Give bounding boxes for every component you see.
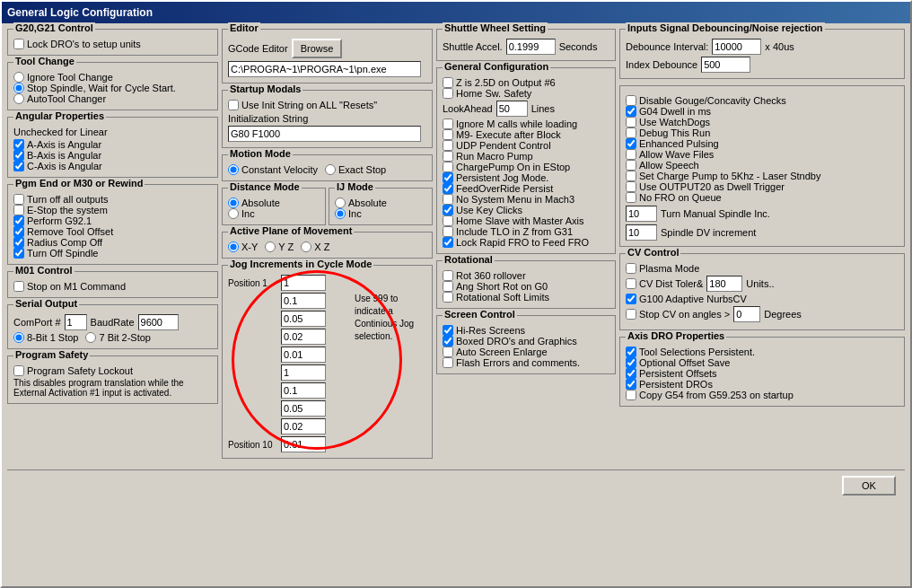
- debounce-input[interactable]: [712, 39, 761, 55]
- allow-wave-label[interactable]: Allow Wave Files: [626, 149, 899, 160]
- stop-cv-label[interactable]: Stop CV on angles >: [626, 309, 730, 320]
- dist-absolute-radio[interactable]: [228, 197, 239, 208]
- include-tlo-label[interactable]: Include TLO in Z from G31: [443, 226, 609, 237]
- set-charge-label[interactable]: Set Charge Pump to 5Khz - Laser Stndby: [626, 171, 899, 181]
- copy-g54-checkbox[interactable]: [626, 390, 636, 400]
- z-2-5d-label[interactable]: Z is 2.5D on Output #6: [443, 77, 609, 88]
- ij-inc-label[interactable]: Inc: [335, 208, 426, 219]
- bit7-label[interactable]: 7 Bit 2-Stop: [85, 332, 150, 343]
- hires-label[interactable]: Hi-Res Screens: [443, 325, 609, 336]
- pos3-input[interactable]: [281, 311, 326, 327]
- copy-g54-label[interactable]: Copy G54 from G59.253 on startup: [626, 390, 899, 400]
- spindle-dv-input[interactable]: [626, 224, 657, 241]
- auto-tool-radio[interactable]: [13, 93, 24, 104]
- pos8-input[interactable]: [281, 400, 326, 417]
- lock-rapid-checkbox[interactable]: [443, 237, 453, 248]
- b-axis-label[interactable]: B-Axis is Angular: [13, 150, 212, 161]
- optional-offset-label[interactable]: Optional Offset Save: [626, 357, 899, 368]
- bit8-label[interactable]: 8-Bit 1 Stop: [13, 332, 78, 343]
- editor-path-input[interactable]: [228, 61, 421, 77]
- plasma-mode-label[interactable]: Plasma Mode: [626, 263, 899, 274]
- m9-execute-label[interactable]: M9- Execute after Block: [443, 129, 609, 140]
- lookahead-input[interactable]: [496, 101, 528, 117]
- ij-inc-radio[interactable]: [335, 208, 346, 219]
- auto-screen-label[interactable]: Auto Screen Enlarge: [443, 347, 609, 357]
- udp-pendent-label[interactable]: UDP Pendent Control: [443, 140, 609, 151]
- baudrate-input[interactable]: [138, 314, 179, 330]
- include-tlo-checkbox[interactable]: [443, 226, 453, 237]
- turn-off-outputs-checkbox[interactable]: [13, 194, 24, 205]
- ang-short-label[interactable]: Ang Short Rot on G0: [443, 281, 609, 292]
- g100-adaptive-label[interactable]: G100 Adaptive NurbsCV: [626, 294, 899, 304]
- g04-dwell-checkbox[interactable]: [626, 106, 636, 117]
- pos2-input[interactable]: [281, 293, 326, 309]
- g100-adaptive-checkbox[interactable]: [626, 294, 636, 304]
- ignore-m-checkbox[interactable]: [443, 118, 453, 129]
- index-debounce-input[interactable]: [701, 57, 750, 73]
- c-axis-checkbox[interactable]: [13, 161, 24, 171]
- browse-button[interactable]: Browse: [292, 39, 343, 58]
- comport-input[interactable]: [65, 314, 87, 330]
- use-output20-label[interactable]: Use OUTPUT20 as Dwell Trigger: [626, 181, 899, 192]
- use-init-checkbox[interactable]: [228, 100, 239, 110]
- optional-offset-checkbox[interactable]: [626, 357, 636, 368]
- yz-radio[interactable]: [265, 241, 276, 252]
- yz-radio-label[interactable]: Y Z: [265, 241, 294, 252]
- ij-absolute-radio[interactable]: [335, 197, 346, 208]
- no-system-menu-checkbox[interactable]: [443, 194, 453, 205]
- lock-rapid-label[interactable]: Lock Rapid FRO to Feed FRO: [443, 237, 609, 248]
- shuttle-accel-input[interactable]: [506, 39, 556, 55]
- home-sw-label[interactable]: Home Sw. Safety: [443, 88, 609, 99]
- estop-label[interactable]: E-Stop the system: [13, 205, 212, 215]
- boxed-dro-checkbox[interactable]: [443, 336, 453, 347]
- rot-360-checkbox[interactable]: [443, 270, 453, 281]
- xz-radio-label[interactable]: X Z: [301, 241, 329, 252]
- ok-button[interactable]: OK: [842, 476, 896, 496]
- z-2-5d-checkbox[interactable]: [443, 77, 453, 88]
- use-watchdogs-label[interactable]: Use WatchDogs: [626, 117, 899, 127]
- pos10-input[interactable]: [281, 436, 326, 452]
- charge-pump-label[interactable]: ChargePump On in EStop: [443, 162, 609, 172]
- init-string-input[interactable]: [228, 126, 421, 142]
- debug-run-checkbox[interactable]: [626, 127, 636, 138]
- c-axis-label[interactable]: C-Axis is Angular: [13, 161, 212, 171]
- exact-stop-radio[interactable]: [325, 164, 336, 175]
- persistent-dros-label[interactable]: Persistent DROs: [626, 379, 899, 390]
- turn-off-outputs-label[interactable]: Turn off all outputs: [13, 194, 212, 205]
- enhanced-pulsing-label[interactable]: Enhanced Pulsing: [626, 138, 899, 149]
- flash-errors-label[interactable]: Flash Errors and comments.: [443, 357, 609, 368]
- ignore-tool-radio[interactable]: [13, 72, 24, 83]
- xy-radio-label[interactable]: X-Y: [228, 241, 258, 252]
- constant-vel-radio[interactable]: [228, 164, 239, 175]
- ang-short-checkbox[interactable]: [443, 281, 453, 292]
- pos6-input[interactable]: [281, 364, 326, 381]
- stop-m1-label[interactable]: Stop on M1 Command: [13, 281, 212, 292]
- stop-cv-checkbox[interactable]: [626, 309, 636, 320]
- radius-comp-checkbox[interactable]: [13, 237, 24, 248]
- dist-inc-radio[interactable]: [228, 208, 239, 219]
- rot-soft-label[interactable]: Rotational Soft Limits: [443, 292, 609, 303]
- boxed-dro-label[interactable]: Boxed DRO's and Graphics: [443, 336, 609, 347]
- pos1-input[interactable]: [281, 275, 326, 291]
- tool-selections-label[interactable]: Tool Selections Persistent.: [626, 347, 899, 357]
- run-macro-label[interactable]: Run Macro Pump: [443, 151, 609, 162]
- home-slave-checkbox[interactable]: [443, 215, 453, 226]
- home-sw-checkbox[interactable]: [443, 88, 453, 99]
- disable-gouge-label[interactable]: Disable Gouge/Concavity Checks: [626, 95, 899, 106]
- set-charge-checkbox[interactable]: [626, 171, 636, 181]
- rot-soft-checkbox[interactable]: [443, 292, 453, 303]
- flash-errors-checkbox[interactable]: [443, 357, 453, 368]
- remove-tool-checkbox[interactable]: [13, 226, 24, 237]
- home-slave-label[interactable]: Home Slave with Master Axis: [443, 215, 609, 226]
- m9-execute-checkbox[interactable]: [443, 129, 453, 140]
- constant-vel-label[interactable]: Constant Velocity: [228, 164, 318, 175]
- stop-spindle-label[interactable]: Stop Spindle, Wait for Cycle Start.: [13, 83, 212, 93]
- xy-radio[interactable]: [228, 241, 239, 252]
- ignore-m-label[interactable]: Ignore M calls while loading: [443, 118, 609, 129]
- no-fro-label[interactable]: No FRO on Queue: [626, 192, 899, 203]
- bit7-radio[interactable]: [85, 332, 96, 343]
- perform-g92-label[interactable]: Perform G92.1: [13, 215, 212, 226]
- auto-screen-checkbox[interactable]: [443, 347, 453, 357]
- cv-dist-label[interactable]: CV Dist Toler&: [626, 278, 703, 289]
- debug-run-label[interactable]: Debug This Run: [626, 127, 899, 138]
